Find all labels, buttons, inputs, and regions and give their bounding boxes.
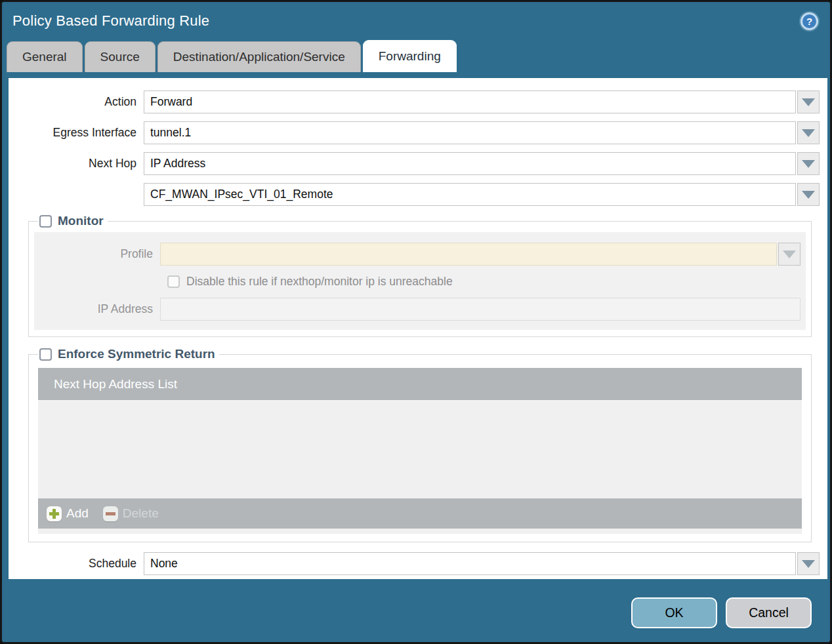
disable-rule-checkbox xyxy=(167,275,180,288)
symmetric-return-legend: Enforce Symmetric Return xyxy=(38,347,219,361)
schedule-row: Schedule xyxy=(15,552,820,575)
chevron-down-icon xyxy=(802,191,815,199)
disable-rule-label: Disable this rule if nexthop/monitor ip … xyxy=(186,275,453,289)
minus-icon xyxy=(103,506,118,521)
monitor-ip-address-label: IP Address xyxy=(39,302,160,316)
chevron-down-icon xyxy=(783,251,796,258)
tab-destination-application-service[interactable]: Destination/Application/Service xyxy=(157,41,361,72)
help-icon[interactable]: ? xyxy=(801,12,818,30)
tab-forwarding[interactable]: Forwarding xyxy=(363,40,457,72)
next-hop-type-input[interactable] xyxy=(144,152,796,175)
next-hop-label: Next Hop xyxy=(15,157,144,171)
tab-general[interactable]: General xyxy=(7,41,83,72)
dialog-footer: OK Cancel xyxy=(631,597,812,628)
schedule-dropdown-button[interactable] xyxy=(797,552,820,575)
profile-row: Profile xyxy=(39,243,801,266)
egress-interface-row: Egress Interface xyxy=(15,121,820,144)
tab-bar: General Source Destination/Application/S… xyxy=(2,40,830,72)
ok-button[interactable]: OK xyxy=(631,597,717,628)
next-hop-address-list-header: Next Hop Address List xyxy=(38,368,802,400)
egress-interface-input[interactable] xyxy=(144,121,796,144)
next-hop-address-list-table: Next Hop Address List Add Delete xyxy=(38,368,802,534)
profile-label: Profile xyxy=(39,247,160,261)
monitor-ip-address-row: IP Address xyxy=(39,298,801,321)
add-button-label: Add xyxy=(66,506,89,521)
profile-input xyxy=(160,243,777,266)
schedule-input[interactable] xyxy=(144,552,796,575)
monitor-panel: Profile Disable this rule if nexthop/mon… xyxy=(34,232,806,330)
action-input[interactable] xyxy=(144,91,796,113)
action-dropdown-button[interactable] xyxy=(797,91,820,113)
disable-rule-row: Disable this rule if nexthop/monitor ip … xyxy=(167,275,801,289)
schedule-label: Schedule xyxy=(15,557,144,571)
chevron-down-icon xyxy=(802,160,815,168)
monitor-ip-address-input xyxy=(160,298,801,321)
next-hop-type-dropdown-button[interactable] xyxy=(797,152,820,175)
add-button[interactable]: Add xyxy=(47,506,89,521)
monitor-title: Monitor xyxy=(58,214,104,228)
chevron-down-icon xyxy=(802,129,815,137)
next-hop-address-row xyxy=(15,183,820,206)
profile-dropdown-button xyxy=(778,243,801,266)
delete-button: Delete xyxy=(103,506,159,521)
forwarding-tab-panel: Action Egress Interface Next Hop xyxy=(9,78,827,579)
chevron-down-icon xyxy=(802,560,815,568)
egress-interface-dropdown-button[interactable] xyxy=(797,121,820,144)
policy-based-forwarding-rule-dialog: Policy Based Forwarding Rule ? General S… xyxy=(0,0,832,644)
next-hop-address-input[interactable] xyxy=(144,183,796,206)
titlebar: Policy Based Forwarding Rule ? xyxy=(2,2,830,40)
dialog-title: Policy Based Forwarding Rule xyxy=(12,12,209,30)
next-hop-address-list-body[interactable] xyxy=(38,400,802,498)
enforce-symmetric-return-title: Enforce Symmetric Return xyxy=(58,347,215,361)
tab-source[interactable]: Source xyxy=(85,41,156,72)
monitor-checkbox[interactable] xyxy=(39,215,52,228)
monitor-legend: Monitor xyxy=(38,214,108,228)
egress-interface-label: Egress Interface xyxy=(15,126,144,140)
symmetric-return-fieldset: Enforce Symmetric Return Next Hop Addres… xyxy=(28,347,812,542)
next-hop-address-dropdown-button[interactable] xyxy=(797,183,820,206)
chevron-down-icon xyxy=(802,98,815,106)
next-hop-address-list-toolbar: Add Delete xyxy=(38,498,802,529)
monitor-fieldset: Monitor Profile Disable this rule if nex… xyxy=(28,214,812,337)
plus-icon xyxy=(47,506,62,521)
cancel-button[interactable]: Cancel xyxy=(726,597,812,628)
action-row: Action xyxy=(15,91,820,113)
enforce-symmetric-return-checkbox[interactable] xyxy=(39,348,52,361)
action-label: Action xyxy=(15,95,144,109)
next-hop-row: Next Hop xyxy=(15,152,820,175)
delete-button-label: Delete xyxy=(123,506,159,521)
